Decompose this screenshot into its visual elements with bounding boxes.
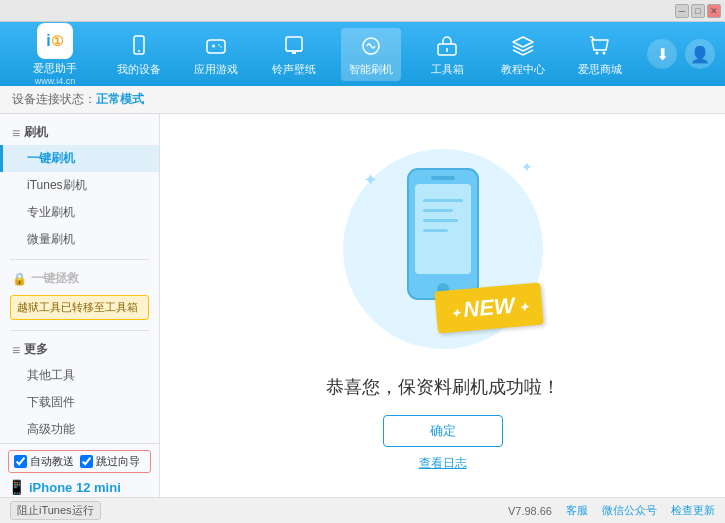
logo-name: 爱思助手 — [33, 61, 77, 76]
nav-shop[interactable]: 爱思商城 — [570, 28, 630, 81]
device-name: 📱 iPhone 12 mini — [8, 479, 151, 495]
svg-rect-7 — [286, 37, 302, 51]
nav-shop-label: 爱思商城 — [578, 62, 622, 77]
skip-wizard-label: 跳过向导 — [96, 454, 140, 469]
bottom-right: V7.98.66 客服 微信公众号 检查更新 — [508, 503, 715, 518]
sidebar-item-one-click-flash[interactable]: 一键刷机 — [0, 145, 159, 172]
shop-icon — [586, 32, 614, 60]
device-name-text: iPhone 12 mini — [29, 480, 121, 495]
sidebar-section-flash: ≡ 刷机 — [0, 120, 159, 145]
status-value: 正常模式 — [96, 91, 144, 108]
check-update-link[interactable]: 检查更新 — [671, 503, 715, 518]
nav-items: 我的设备 应用游戏 铃声壁纸 智能刷机 工具箱 — [100, 28, 639, 81]
sidebar-item-pro-flash[interactable]: 专业刷机 — [0, 199, 159, 226]
new-badge: NEW — [435, 282, 544, 333]
ringtone-icon — [280, 32, 308, 60]
confirm-button[interactable]: 确定 — [383, 415, 503, 447]
status-prefix: 设备连接状态： — [12, 91, 96, 108]
version-text: V7.98.66 — [508, 505, 552, 517]
nav-my-device-label: 我的设备 — [117, 62, 161, 77]
svg-point-6 — [221, 46, 223, 48]
device-storage: 64GB — [8, 495, 151, 497]
bottom-left: 阻止iTunes运行 — [10, 501, 101, 520]
nav-tutorial[interactable]: 教程中心 — [493, 28, 553, 81]
auto-jump-label: 自动教送 — [30, 454, 74, 469]
nav-toolbox[interactable]: 工具箱 — [419, 28, 475, 81]
close-button[interactable]: ✕ — [707, 4, 721, 18]
svg-rect-20 — [423, 209, 453, 212]
rescue-lock-icon: 🔒 — [12, 272, 27, 286]
nav-tutorial-label: 教程中心 — [501, 62, 545, 77]
customer-service-link[interactable]: 客服 — [566, 503, 588, 518]
sidebar-divider-1 — [10, 259, 149, 260]
auto-jump-checkbox[interactable]: 自动教送 — [14, 454, 74, 469]
sidebar-section-rescue: 🔒 一键拯救 — [0, 266, 159, 291]
my-device-icon — [125, 32, 153, 60]
content-area: ✦ ✦ NEW 恭喜您，保资料刷机成功啦！ — [160, 114, 725, 497]
sidebar-item-download-firmware[interactable]: 下载固件 — [0, 389, 159, 416]
maximize-button[interactable]: □ — [691, 4, 705, 18]
wechat-official-link[interactable]: 微信公众号 — [602, 503, 657, 518]
user-button[interactable]: 👤 — [685, 39, 715, 69]
success-message: 恭喜您，保资料刷机成功啦！ — [326, 375, 560, 399]
header: i① 爱思助手 www.i4.cn 我的设备 应用游戏 铃声壁纸 — [0, 22, 725, 86]
sidebar-divider-2 — [10, 330, 149, 331]
query-log-link[interactable]: 查看日志 — [419, 455, 467, 472]
logo-url: www.i4.cn — [35, 76, 76, 86]
auto-jump-input[interactable] — [14, 455, 27, 468]
window-controls[interactable]: ─ □ ✕ — [675, 4, 721, 18]
sidebar-item-save-flash[interactable]: 微量刷机 — [0, 226, 159, 253]
svg-rect-18 — [431, 176, 455, 180]
svg-point-1 — [138, 50, 140, 52]
logo-area: i① 爱思助手 www.i4.cn — [10, 23, 100, 86]
flash-section-title: 刷机 — [24, 124, 48, 141]
sparkle-top-right-icon: ✦ — [521, 159, 533, 175]
sidebar-section-more: ≡ 更多 — [0, 337, 159, 362]
itunes-block-button[interactable]: 阻止iTunes运行 — [10, 501, 101, 520]
nav-smart-flash[interactable]: 智能刷机 — [341, 28, 401, 81]
nav-my-device[interactable]: 我的设备 — [109, 28, 169, 81]
phone-icon: 📱 — [8, 479, 25, 495]
nav-smart-flash-label: 智能刷机 — [349, 62, 393, 77]
sidebar: ≡ 刷机 一键刷机 iTunes刷机 专业刷机 微量刷机 🔒 一键拯救 越狱工具… — [0, 114, 160, 497]
download-button[interactable]: ⬇ — [647, 39, 677, 69]
skip-wizard-checkbox[interactable]: 跳过向导 — [80, 454, 140, 469]
svg-point-5 — [219, 44, 221, 46]
sparkle-top-left-icon: ✦ — [363, 169, 378, 191]
title-bar: ─ □ ✕ — [0, 0, 725, 22]
smart-flash-icon — [357, 32, 385, 60]
more-section-title: 更多 — [24, 341, 48, 358]
skip-wizard-input[interactable] — [80, 455, 93, 468]
svg-point-14 — [603, 51, 606, 54]
header-right: ⬇ 👤 — [647, 39, 715, 69]
svg-rect-21 — [423, 219, 458, 222]
nav-app-game[interactable]: 应用游戏 — [186, 28, 246, 81]
minimize-button[interactable]: ─ — [675, 4, 689, 18]
illustration: ✦ ✦ NEW — [333, 139, 553, 359]
nav-ringtone[interactable]: 铃声壁纸 — [264, 28, 324, 81]
nav-app-game-label: 应用游戏 — [194, 62, 238, 77]
toolbox-icon — [433, 32, 461, 60]
app-game-icon — [202, 32, 230, 60]
logo-icon: i① — [37, 23, 73, 59]
flash-section-icon: ≡ — [12, 125, 20, 141]
more-section-icon: ≡ — [12, 342, 20, 358]
svg-rect-2 — [207, 40, 225, 53]
status-bar: 设备连接状态： 正常模式 — [0, 86, 725, 114]
bottom-bar: 阻止iTunes运行 V7.98.66 客服 微信公众号 检查更新 — [0, 497, 725, 523]
sidebar-notice: 越狱工具已转移至工具箱 — [10, 295, 149, 320]
nav-ringtone-label: 铃声壁纸 — [272, 62, 316, 77]
svg-rect-22 — [423, 229, 448, 232]
main-layout: ≡ 刷机 一键刷机 iTunes刷机 专业刷机 微量刷机 🔒 一键拯救 越狱工具… — [0, 114, 725, 497]
svg-point-13 — [596, 51, 599, 54]
svg-rect-19 — [423, 199, 463, 202]
sidebar-item-itunes-flash[interactable]: iTunes刷机 — [0, 172, 159, 199]
tutorial-icon — [509, 32, 537, 60]
nav-toolbox-label: 工具箱 — [431, 62, 464, 77]
rescue-section-title: 一键拯救 — [31, 270, 79, 287]
sidebar-item-advanced[interactable]: 高级功能 — [0, 416, 159, 443]
sidebar-item-other-tools[interactable]: 其他工具 — [0, 362, 159, 389]
